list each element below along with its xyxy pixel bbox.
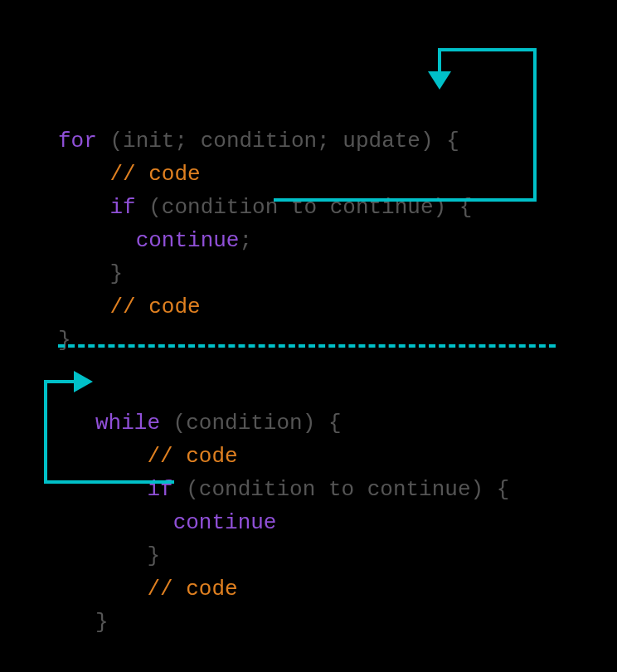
indent bbox=[58, 228, 136, 253]
code-comment: // code bbox=[147, 577, 237, 601]
semicolon: ; bbox=[174, 129, 200, 153]
cond-to-continue-text: condition to continue bbox=[162, 195, 434, 220]
section-divider bbox=[58, 344, 556, 348]
indent bbox=[95, 444, 147, 469]
paren-open: ( bbox=[97, 129, 123, 153]
brace-close: } bbox=[58, 328, 71, 353]
code-comment: // code bbox=[109, 295, 200, 319]
paren-close-brace: ) { bbox=[471, 477, 510, 502]
paren-close-brace: ) { bbox=[420, 129, 459, 153]
paren-open: ( bbox=[136, 195, 162, 220]
init-text: init bbox=[123, 129, 174, 153]
if-keyword: if bbox=[147, 477, 172, 502]
indent bbox=[95, 577, 147, 601]
while-loop-code-block: while (condition) { // code if (conditio… bbox=[95, 373, 509, 639]
while-keyword: while bbox=[95, 411, 160, 436]
code-comment: // code bbox=[147, 444, 237, 469]
for-keyword: for bbox=[58, 129, 97, 153]
svg-marker-1 bbox=[74, 371, 93, 392]
paren-close-brace: ) { bbox=[303, 411, 342, 436]
indent bbox=[95, 543, 147, 568]
if-keyword: if bbox=[109, 195, 135, 220]
brace-close: } bbox=[147, 543, 160, 568]
semicolon: ; bbox=[239, 228, 252, 253]
paren-close-brace: ) { bbox=[434, 195, 473, 220]
svg-marker-0 bbox=[428, 71, 451, 90]
indent bbox=[95, 477, 147, 502]
paren-open: ( bbox=[173, 477, 199, 502]
for-loop-code-block: for (init; condition; update) { // code … bbox=[58, 91, 472, 357]
condition-text: condition bbox=[186, 411, 302, 436]
code-comment: // code bbox=[109, 162, 200, 187]
semicolon: ; bbox=[317, 129, 343, 153]
indent bbox=[95, 510, 173, 535]
continue-keyword: continue bbox=[136, 228, 240, 253]
indent bbox=[58, 295, 109, 319]
cond-to-continue-text: condition to continue bbox=[199, 477, 471, 502]
brace-close: } bbox=[95, 610, 109, 635]
indent bbox=[58, 261, 109, 286]
condition-text: condition bbox=[201, 129, 317, 153]
paren-open: ( bbox=[160, 411, 186, 436]
brace-close: } bbox=[109, 261, 123, 286]
indent bbox=[58, 195, 109, 220]
indent bbox=[58, 162, 109, 187]
continue-keyword: continue bbox=[173, 510, 277, 535]
update-text: update bbox=[343, 129, 420, 153]
